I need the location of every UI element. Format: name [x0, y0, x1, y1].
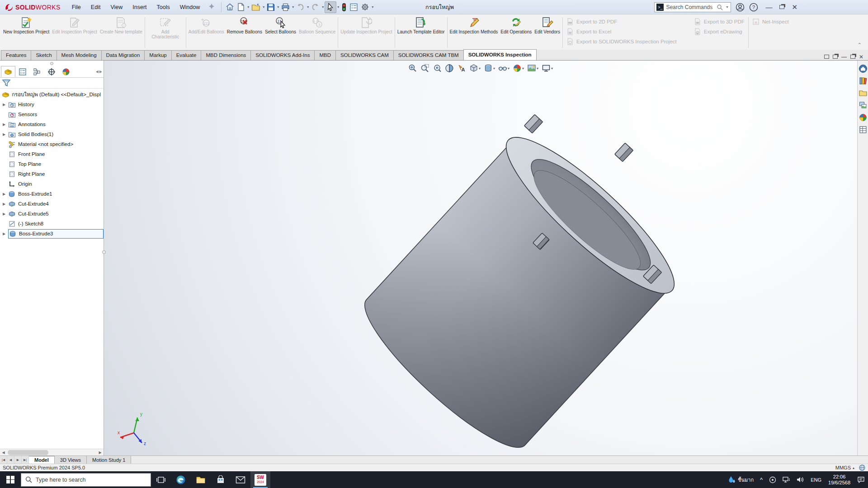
view-palette-icon[interactable]: [859, 101, 868, 110]
scroll-right-arrow[interactable]: ▶: [97, 450, 104, 455]
doc-close-button[interactable]: ✕: [859, 54, 863, 60]
tab-solidworks-cam-tbm[interactable]: SOLIDWORKS CAM TBM: [393, 50, 464, 60]
search-icon[interactable]: [717, 4, 723, 10]
dropdown-caret[interactable]: ▾: [537, 66, 538, 70]
tab-data-migration[interactable]: Data Migration: [101, 50, 145, 60]
panel-tab-scroll-arrows[interactable]: ◀▶: [96, 66, 104, 77]
network-icon[interactable]: [779, 471, 793, 488]
save-button[interactable]: [265, 1, 276, 13]
tab-evaluate[interactable]: Evaluate: [171, 50, 202, 60]
menu-tools[interactable]: Tools: [152, 0, 175, 14]
edit-appearance-button[interactable]: ▾: [512, 63, 525, 74]
export-2d-pdf-button[interactable]: PDF Export to 2D PDF: [566, 17, 677, 26]
design-library-icon[interactable]: [859, 76, 868, 85]
expand-arrow-icon[interactable]: ▶: [0, 122, 8, 127]
microsoft-store-icon[interactable]: [211, 471, 231, 488]
motion-study-tab[interactable]: Motion Study 1: [87, 456, 131, 464]
zoom-to-fit-button[interactable]: [407, 63, 418, 74]
dropdown-caret[interactable]: ▾: [522, 66, 524, 70]
restore-button[interactable]: [779, 4, 784, 10]
scroll-left-arrow[interactable]: ◀: [0, 450, 7, 455]
tree-item-sketch8[interactable]: (-) Sketch8: [0, 219, 104, 229]
dropdown-caret[interactable]: ▾: [508, 66, 509, 70]
custom-properties-icon[interactable]: [859, 125, 868, 134]
selection-filter-button[interactable]: [340, 1, 348, 13]
scrollbar-thumb[interactable]: [8, 450, 48, 455]
solidworks-resources-icon[interactable]: [859, 64, 868, 73]
edit-inspection-project-button[interactable]: Edit Inspection Project: [51, 15, 99, 50]
doc-minimize-button[interactable]: —: [841, 54, 847, 60]
tab-mbd[interactable]: MBD: [314, 50, 336, 60]
view-settings-button[interactable]: ▾: [541, 63, 554, 74]
minimize-button[interactable]: —: [763, 3, 775, 11]
first-tab-nav-button[interactable]: |◀: [0, 456, 7, 464]
redo-button[interactable]: [310, 1, 321, 13]
export-solidworks-inspection-project-button[interactable]: Export to SOLIDWORKS Inspection Project: [566, 37, 677, 46]
hidden-icons-button[interactable]: ^: [757, 471, 766, 488]
select-tool-button[interactable]: [325, 1, 336, 13]
property-manager-tab[interactable]: [15, 66, 30, 77]
remove-balloons-button[interactable]: 111 Remove Balloons: [226, 15, 264, 50]
tree-item-cut-extrude5[interactable]: ▶ Cut-Extrude5: [0, 209, 104, 219]
expand-arrow-icon[interactable]: ▶: [0, 212, 8, 216]
select-balloons-button[interactable]: 11 Select Balloons: [264, 15, 297, 50]
tree-item-right-plane[interactable]: Right Plane: [0, 169, 104, 179]
display-style-button[interactable]: ▾: [483, 63, 496, 74]
mail-icon[interactable]: [231, 471, 250, 488]
model-tab[interactable]: Model: [29, 456, 55, 464]
panel-horizontal-scrollbar[interactable]: ◀ ▶: [0, 449, 104, 455]
task-view-button[interactable]: [151, 471, 171, 488]
balloon-sequence-button[interactable]: 1 23 Balloon Sequence: [297, 15, 337, 50]
weather-widget[interactable]: ชื้นมาก: [725, 471, 757, 488]
start-button[interactable]: [0, 471, 21, 488]
options-gear-button[interactable]: [359, 1, 371, 13]
options-gear-dropdown[interactable]: ▾: [371, 5, 374, 9]
feature-manager-tab[interactable]: [1, 66, 15, 77]
apply-scene-button[interactable]: ▾: [526, 63, 539, 74]
tab-mbd-dimensions[interactable]: MBD Dimensions: [201, 50, 251, 60]
home-button[interactable]: [224, 1, 236, 13]
taskbar-search-box[interactable]: Type here to search: [21, 473, 151, 487]
tab-markup[interactable]: Markup: [144, 50, 171, 60]
add-edit-balloons-button[interactable]: 111 Add/Edit Balloons: [187, 15, 226, 50]
tree-item-solid-bodies[interactable]: ▶ Solid Bodies(1): [0, 129, 104, 139]
edge-browser-icon[interactable]: [171, 471, 191, 488]
menu-file[interactable]: File: [67, 0, 86, 14]
tab-solidworks-inspection[interactable]: SOLIDWORKS Inspection: [463, 49, 537, 60]
tree-item-front-plane[interactable]: Front Plane: [0, 149, 104, 159]
3d-views-tab[interactable]: 3D Views: [55, 456, 87, 464]
units-selector[interactable]: MMGS▴: [835, 465, 854, 470]
export-3d-pdf-button[interactable]: 3D Export to 3D PDF: [694, 17, 745, 26]
print-button[interactable]: [280, 1, 291, 13]
edit-inspection-methods-button[interactable]: Edit Inspection Methods: [448, 15, 500, 50]
command-search-box[interactable]: >_ Search Commands ▾: [654, 2, 731, 12]
rim-tab[interactable]: [524, 114, 543, 133]
expand-arrow-icon[interactable]: ▶: [0, 192, 8, 196]
tree-item-boss-extrude1[interactable]: ▶ Boss-Extrude1: [0, 189, 104, 199]
dropdown-caret[interactable]: ▾: [493, 66, 495, 70]
search-scope-dropdown[interactable]: ▾: [725, 5, 729, 9]
tree-item-history[interactable]: ▶ History: [0, 99, 104, 109]
edit-vendors-button[interactable]: Edit Vendors: [533, 15, 561, 50]
tab-features[interactable]: Features: [1, 50, 31, 60]
help-icon[interactable]: ?: [749, 3, 758, 12]
select-tool-dropdown[interactable]: ▾: [336, 5, 340, 9]
tree-item-origin[interactable]: Origin: [0, 179, 104, 189]
solidworks-app-taskbar-icon[interactable]: SW 2024: [250, 471, 270, 488]
appearances-scenes-icon[interactable]: [859, 113, 868, 122]
expand-arrow-icon[interactable]: ▶: [0, 103, 8, 107]
export-edrawing-button[interactable]: e Export eDrawing: [694, 27, 745, 36]
tree-item-material[interactable]: Material <not specified>: [0, 139, 104, 149]
print-dropdown[interactable]: ▾: [291, 5, 295, 9]
tree-item-sensors[interactable]: Sensors: [0, 109, 104, 119]
tree-item-top-plane[interactable]: Top Plane: [0, 159, 104, 169]
open-document-dropdown[interactable]: ▾: [262, 5, 265, 9]
volume-icon[interactable]: [793, 471, 807, 488]
display-manager-tab[interactable]: [59, 66, 73, 77]
menu-pin-icon[interactable]: [208, 3, 215, 11]
web-status-icon[interactable]: [859, 465, 865, 471]
dropdown-caret[interactable]: ▾: [479, 66, 481, 70]
dynamic-annotation-views-button[interactable]: A: [456, 63, 467, 74]
hide-show-items-button[interactable]: ▾: [497, 63, 510, 74]
view-orientation-button[interactable]: ▾: [468, 63, 481, 74]
